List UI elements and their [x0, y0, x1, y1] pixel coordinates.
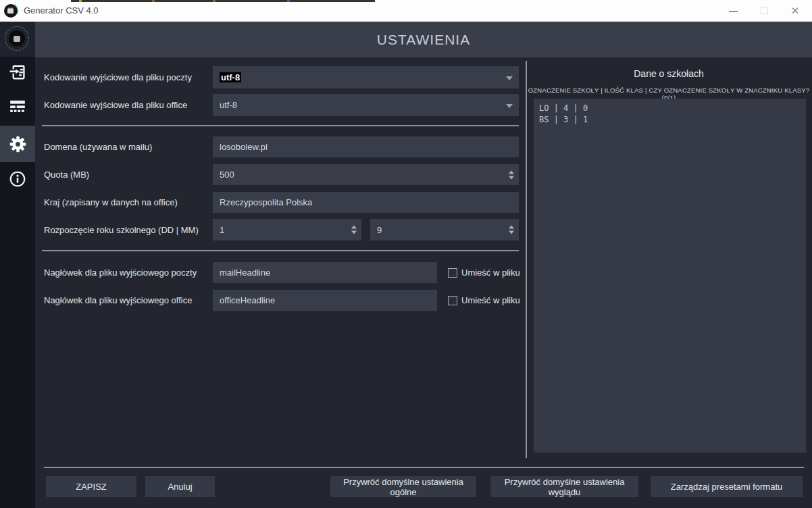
sidebar-item-import[interactable]	[0, 55, 35, 89]
sliver-dot	[152, 0, 155, 2]
mail-headline-input[interactable]	[213, 262, 437, 283]
encoding-office-combobox[interactable]: utf-8	[213, 94, 519, 116]
app-icon	[4, 4, 18, 18]
generator-csv-window: Generator CSV 4.0 ✕	[0, 0, 812, 508]
school-year-day-input[interactable]	[213, 219, 361, 240]
office-headline-label: Nagłówek dla pliku wyjściowego office	[44, 295, 192, 305]
quota-spinner[interactable]	[213, 164, 519, 185]
chevron-down-icon	[506, 76, 513, 80]
school-year-month-spinner[interactable]	[370, 219, 519, 240]
mail-headline-checkbox[interactable]	[448, 268, 457, 278]
school-year-month-input[interactable]	[370, 219, 519, 240]
encoding-office-value: utf-8	[220, 100, 237, 110]
titlebar[interactable]: Generator CSV 4.0 ✕	[0, 0, 812, 22]
page-title: USTAWIENIA	[35, 22, 812, 57]
encoding-mail-combobox[interactable]: utf-8	[213, 66, 519, 88]
minimize-icon	[729, 11, 738, 12]
section-divider	[42, 250, 519, 251]
school-year-day-spinner[interactable]	[213, 219, 361, 240]
sidebar	[0, 22, 35, 508]
sliver-dot	[287, 0, 290, 2]
sidebar-item-info[interactable]	[0, 162, 35, 196]
page-header: USTAWIENIA	[35, 22, 812, 57]
format-list-icon	[9, 97, 26, 115]
sidebar-item-format[interactable]	[0, 89, 35, 123]
spinner-arrows-icon[interactable]	[351, 226, 357, 234]
footer-divider	[44, 467, 804, 468]
chevron-down-icon	[506, 104, 513, 108]
sliver-dot	[213, 0, 215, 2]
minimize-button[interactable]	[717, 0, 748, 22]
mail-headline-label: Nagłówek dla pliku wyjściowego poczty	[44, 268, 197, 278]
spinner-arrows-icon[interactable]	[509, 226, 514, 234]
country-label: Kraj (zapisany w danych na office)	[44, 197, 178, 207]
schools-panel-title: Dane o szkołach	[526, 68, 812, 79]
info-icon	[9, 170, 26, 188]
background-window-sliver	[71, 0, 375, 2]
import-data-icon	[9, 63, 26, 81]
encoding-mail-label: Kodowanie wyjściowe dla pliku poczty	[44, 72, 192, 82]
encoding-office-label: Kodowanie wyjściowe dla pliku office	[44, 100, 187, 110]
restore-appearance-settings-button[interactable]: Przywróć domyślne ustawienia wyglądu	[490, 476, 638, 497]
close-button[interactable]: ✕	[780, 0, 811, 22]
spinner-arrows-icon[interactable]	[509, 170, 514, 179]
domain-label: Domena (używana w mailu)	[44, 142, 152, 152]
manage-format-presets-button[interactable]: Zarządzaj presetami formatu	[651, 476, 803, 497]
office-headline-checkbox-label[interactable]: Umieść w pliku	[461, 295, 520, 305]
encoding-mail-value: utf-8	[220, 72, 241, 82]
section-divider	[42, 125, 519, 126]
sidebar-item-settings[interactable]	[0, 126, 35, 162]
window-title: Generator CSV 4.0	[24, 0, 99, 22]
close-icon: ✕	[780, 0, 811, 22]
sidebar-logo	[0, 22, 35, 57]
restore-general-settings-button[interactable]: Przywróć domyślne ustawienia ogólne	[330, 476, 476, 497]
country-input[interactable]	[213, 192, 519, 213]
quota-input[interactable]	[213, 164, 519, 185]
office-headline-input[interactable]	[213, 290, 437, 311]
domain-input[interactable]	[213, 136, 519, 157]
gear-icon	[9, 135, 27, 153]
app-logo-icon	[5, 26, 29, 51]
maximize-icon	[761, 7, 768, 14]
school-year-label: Rozpoczęcie roku szkolnego (DD | MM)	[44, 225, 199, 235]
mail-headline-checkbox-label[interactable]: Umieść w pliku	[461, 268, 520, 278]
office-headline-checkbox[interactable]	[448, 296, 457, 305]
cancel-button[interactable]: Anuluj	[145, 476, 215, 497]
quota-label: Quota (MB)	[44, 170, 89, 180]
maximize-button[interactable]	[748, 0, 780, 22]
vertical-divider	[526, 61, 527, 458]
schools-data-textarea[interactable]: LO | 4 | 0 BS | 3 | 1	[534, 99, 806, 453]
save-button[interactable]: ZAPISZ	[46, 476, 136, 497]
